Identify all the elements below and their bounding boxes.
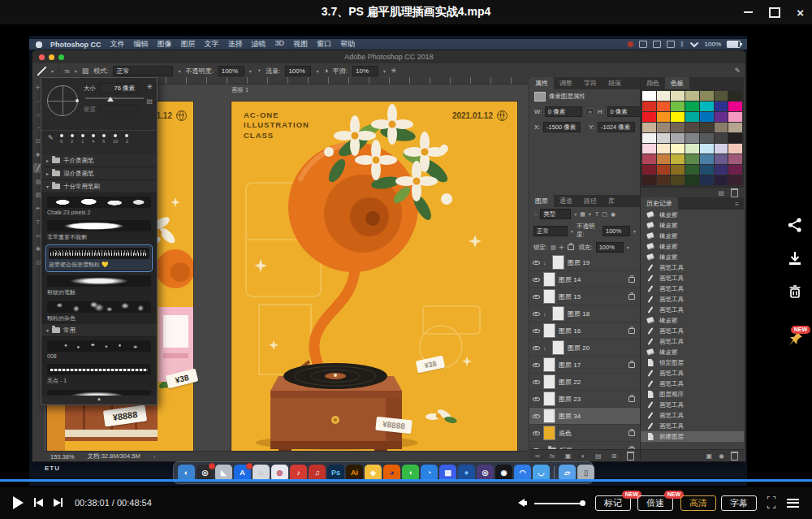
brush-row[interactable]: 常用 常用 <box>41 324 157 337</box>
color-swatch[interactable] <box>700 102 714 111</box>
new-layer-icon[interactable]: ⊞ <box>611 452 617 460</box>
maximize-icon[interactable] <box>769 7 780 18</box>
new-swatch-icon[interactable]: ▤ <box>718 189 724 197</box>
color-swatch[interactable] <box>715 144 728 154</box>
pressure-size-icon[interactable]: ✎ <box>734 67 741 75</box>
link-dimensions-icon[interactable]: ∞ <box>585 108 594 115</box>
color-swatch[interactable] <box>685 102 699 111</box>
color-swatch[interactable] <box>642 133 656 143</box>
color-swatch[interactable] <box>728 102 742 111</box>
brush-row[interactable]: Chalk 23 pixels 2 Chalk 23 pixels 2 <box>41 193 157 217</box>
history-tab[interactable]: 历史记录 <box>641 197 678 210</box>
layer-thumbnail[interactable] <box>543 391 555 406</box>
panel-tab[interactable]: 路径 <box>578 195 603 207</box>
blend-mode-select[interactable]: 正常 <box>533 226 568 236</box>
color-swatch[interactable] <box>700 165 714 175</box>
history-step[interactable]: 画笔工具 <box>641 421 744 431</box>
history-step[interactable]: 画笔工具 <box>641 273 744 283</box>
recent-brush-dot[interactable]: 6 <box>60 134 63 144</box>
scroll-arrow-icon[interactable] <box>41 396 157 404</box>
color-swatch[interactable] <box>657 144 671 154</box>
link-layers-icon[interactable]: ∞ <box>535 452 540 460</box>
history-step[interactable]: 橡皮擦 <box>641 220 744 231</box>
color-swatch[interactable] <box>685 133 699 143</box>
color-swatch[interactable] <box>671 133 685 143</box>
flow-value[interactable]: 100% <box>285 66 311 76</box>
airbrush-icon[interactable]: ◑ <box>323 67 327 75</box>
status-chevron-icon[interactable]: › <box>153 453 156 461</box>
menu-item[interactable]: 3D <box>275 39 285 50</box>
filter-shape-icon[interactable]: ▢ <box>602 211 607 218</box>
menu-item[interactable]: 文件 <box>110 39 125 50</box>
panel-tab[interactable]: 颜色 <box>641 77 665 89</box>
history-step[interactable]: 橡皮擦 <box>641 210 744 220</box>
color-swatch[interactable] <box>715 165 728 175</box>
history-step[interactable]: 图层顺序 <box>641 389 744 400</box>
color-swatch[interactable] <box>728 144 742 154</box>
layer-name[interactable]: 图层 22 <box>559 378 581 387</box>
color-swatch[interactable] <box>700 91 714 101</box>
color-swatch[interactable] <box>715 123 728 132</box>
caret-icon[interactable] <box>46 157 49 164</box>
width-field[interactable]: 0 像素 <box>545 106 582 117</box>
color-swatch[interactable] <box>728 154 742 164</box>
history-step[interactable]: 画笔工具 <box>641 336 744 347</box>
snapshot-camera-icon[interactable]: ◉ <box>719 452 724 460</box>
color-swatch[interactable] <box>642 112 656 122</box>
color-swatch[interactable] <box>671 154 685 164</box>
brush-row[interactable]: 008 008 <box>41 337 157 361</box>
artboard-label[interactable]: 画板 1 <box>231 86 248 94</box>
color-swatch[interactable] <box>700 175 714 185</box>
adjustment-layer-icon[interactable]: ◐ <box>581 452 585 460</box>
play-button[interactable] <box>13 496 24 509</box>
color-swatch[interactable] <box>642 91 656 101</box>
delete-layer-icon[interactable] <box>627 452 634 461</box>
menu-item[interactable]: 滤镜 <box>252 39 266 50</box>
layer-opacity[interactable]: 100% <box>603 226 630 236</box>
zoom-level[interactable]: 153.38% <box>50 453 75 461</box>
history-step[interactable]: 画笔工具 <box>641 410 744 421</box>
minimize-icon[interactable] <box>744 11 753 13</box>
panel-tab[interactable]: 图层 <box>529 195 554 207</box>
pin-button[interactable]: NEW <box>786 331 804 348</box>
lock-pixels-icon[interactable]: ✛ <box>559 244 564 251</box>
color-swatch[interactable] <box>657 154 671 164</box>
volume-slider[interactable] <box>534 503 583 504</box>
layer-row[interactable]: ↓ 图层 15 <box>529 288 640 305</box>
brush-row[interactable]: 十分常用笔刷 十分常用笔刷 <box>41 180 157 193</box>
filter-search-icon[interactable]: ◌ <box>533 211 537 217</box>
history-step[interactable]: 画笔工具 <box>641 305 744 315</box>
menu-item[interactable]: 图层 <box>181 39 196 50</box>
recent-brush-dot[interactable]: 6 <box>102 134 106 144</box>
caret-icon[interactable] <box>46 183 49 190</box>
visibility-eye-icon[interactable] <box>533 310 540 318</box>
menu-item[interactable]: 图像 <box>158 39 172 50</box>
color-swatch[interactable] <box>728 91 742 101</box>
color-swatch[interactable] <box>715 175 728 185</box>
speed-button[interactable]: 倍速 NEW <box>637 495 673 511</box>
color-swatch[interactable] <box>642 123 656 132</box>
visibility-eye-icon[interactable] <box>533 259 540 266</box>
panel-tab[interactable]: 色板 <box>665 77 689 89</box>
color-swatch[interactable] <box>728 112 742 122</box>
layer-name[interactable]: 图层 15 <box>559 292 581 301</box>
close-icon[interactable]: × <box>797 6 804 19</box>
menu-item[interactable]: 文字 <box>205 39 219 50</box>
brush-preset-picker[interactable]: 76 <box>64 67 70 75</box>
visibility-eye-icon[interactable] <box>533 344 540 352</box>
history-step[interactable]: 橡皮擦 <box>641 252 744 262</box>
brush-tool-icon[interactable] <box>37 67 46 76</box>
color-swatch[interactable] <box>657 123 671 132</box>
visibility-eye-icon[interactable] <box>533 396 540 403</box>
visibility-eye-icon[interactable] <box>533 327 540 335</box>
layer-style-fx-icon[interactable]: fx <box>550 452 555 460</box>
history-step[interactable]: 橡皮擦 <box>641 315 744 326</box>
history-step[interactable]: 画笔工具 <box>641 326 744 336</box>
panel-tab[interactable]: 属性 <box>529 77 554 89</box>
visibility-eye-icon[interactable] <box>533 293 540 301</box>
layer-row[interactable]: ↓ 图层 22 <box>529 374 640 391</box>
artboard-1[interactable]: AC-ONE ILLUSTRATION CLASS 2021.01.12 <box>231 102 517 452</box>
size-slider[interactable] <box>85 97 144 99</box>
color-swatch[interactable] <box>685 175 699 185</box>
color-swatch[interactable] <box>700 123 714 132</box>
